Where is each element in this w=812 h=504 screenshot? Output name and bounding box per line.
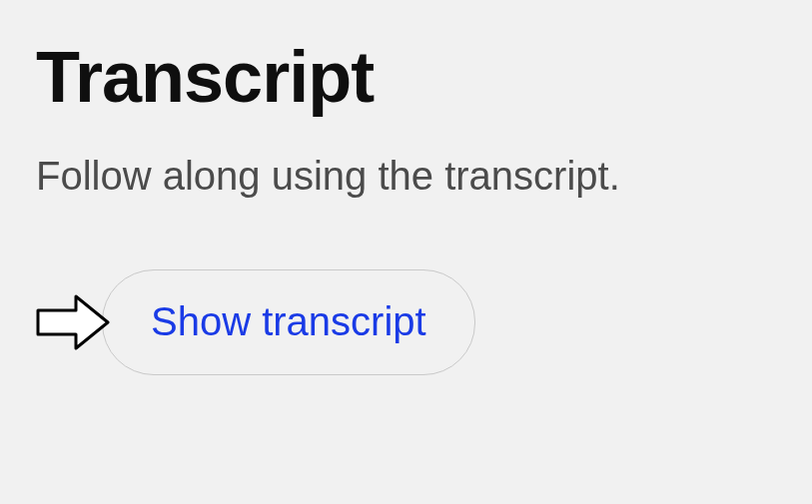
section-subtitle: Follow along using the transcript. <box>36 152 776 200</box>
arrow-right-icon <box>36 294 110 350</box>
transcript-section: Transcript Follow along using the transc… <box>0 0 812 415</box>
svg-marker-0 <box>38 296 108 348</box>
show-transcript-label: Show transcript <box>151 299 426 344</box>
show-transcript-button[interactable]: Show transcript <box>102 269 475 375</box>
section-title: Transcript <box>36 40 776 116</box>
button-row: Show transcript <box>36 269 776 375</box>
